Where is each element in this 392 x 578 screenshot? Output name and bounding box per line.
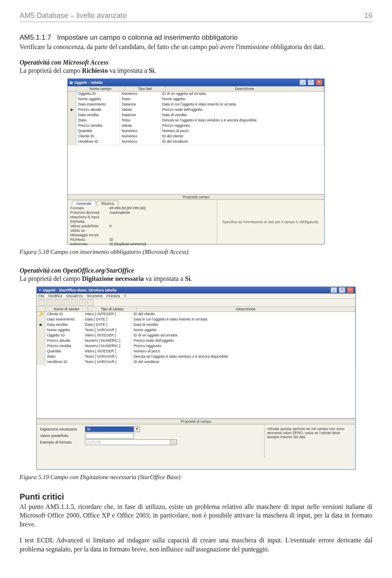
star-menubar[interactable]: FileModificaVisualizzaStrumentiFinestra? [37, 293, 355, 299]
property-row[interactable]: RichiestoSì [70, 237, 214, 242]
table-row[interactable]: ▶Data venditaData [ DATE ]Data di vendit… [37, 323, 355, 328]
access-titlebar[interactable]: ▦ Oggetti : Tabella _ □ × [68, 79, 324, 86]
table-row[interactable]: Prezzo venditaNumero [ NUMERIC ]Prezzo r… [37, 344, 355, 349]
menu-item[interactable]: File [38, 294, 45, 298]
star-help-text: Attivate questa opzione se nel campo non… [264, 424, 355, 457]
property-row[interactable]: Maschera di input [70, 215, 214, 220]
intro-paragraph: Verificare la conoscenza, da parte del c… [20, 43, 372, 52]
format-button[interactable]: … [170, 439, 177, 445]
property-row[interactable]: Messaggio errore [70, 233, 214, 237]
page-number: 16 [364, 11, 372, 20]
table-row[interactable]: QuantitàIntero [ INTEGER ]Numero di pezz… [37, 349, 355, 354]
redo-icon[interactable] [87, 299, 94, 306]
col-tipodati[interactable]: Tipo dati [125, 86, 165, 91]
table-row[interactable]: Data inserimentoData/oraData in cui l'og… [68, 102, 324, 108]
table-row[interactable]: Cliente IDNumericoID del cliente [68, 134, 324, 139]
figure-5-18-caption: Figura 5.18 Campo con inserimento obblig… [20, 249, 372, 255]
access-empty-rows[interactable] [68, 145, 324, 194]
menu-item[interactable]: ? [124, 294, 126, 298]
access-rows[interactable]: Oggetto IDNumericoID di un oggetto ad un… [68, 92, 324, 145]
table-row[interactable]: Nome oggettoTestoNome oggetto [68, 97, 324, 102]
val-esempio-formato[interactable]: 01/01/00 [85, 439, 171, 445]
op-staroffice-line: La proprietà del campo Digitazione neces… [20, 275, 372, 282]
col-descrizione[interactable]: Descrizione [165, 86, 324, 91]
menu-item[interactable]: Finestra [107, 294, 120, 298]
star-titlebar[interactable]: ✶ Oggetti - StarOffice Base: Struttura t… [37, 287, 355, 293]
maximize-button[interactable]: □ [307, 79, 314, 85]
val-digitazione[interactable]: Sì [85, 426, 134, 432]
property-row[interactable]: IndicizzatoSì (Duplicati ammessi) [70, 242, 214, 246]
section-number: AM5.1.1.7 [20, 34, 51, 41]
table-row[interactable]: Data inserimentoData [ DATE ]Data in cui… [37, 317, 355, 323]
col-descrizione[interactable]: Descrizione [137, 307, 355, 311]
star-columns: Nome di campo Tipo di campo Descrizione [37, 307, 355, 312]
punti-critici-title: Punti critici [20, 492, 372, 502]
access-columns: Nome campo Tipo dati Descrizione [68, 86, 324, 92]
star-title: Oggetti - StarOffice Base: Struttura tab… [43, 288, 329, 292]
val-valore-predef[interactable] [85, 433, 134, 439]
access-window: ▦ Oggetti : Tabella _ □ × Nome campo Tip… [67, 78, 325, 244]
tab-generale[interactable]: Generale [72, 201, 96, 206]
property-row[interactable]: Posizioni decimaliAutomatiche [70, 211, 214, 215]
dropdown-icon[interactable]: ▾ [134, 426, 140, 432]
cut-icon[interactable] [55, 299, 61, 306]
col-tipodicampo[interactable]: Tipo di campo [88, 307, 137, 311]
star-rows[interactable]: 🔑Cliente IDIntero [ INTEGER ]ID del clie… [37, 312, 355, 365]
header-rule [20, 22, 372, 22]
minimize-button[interactable]: _ [299, 79, 306, 85]
lbl-digitazione: Digitazione necessaria [40, 427, 85, 431]
table-row[interactable]: Prezzo attualeNumero [ NUMERIC ]Prezzo r… [37, 338, 355, 344]
table-row[interactable]: Nome oggettoTesto [ VARCHAR ]Nome oggett… [37, 328, 355, 333]
punti-para-1: Al punto AM5.1.1.5, ricordare che, in fa… [20, 502, 372, 529]
table-icon: ▦ [69, 81, 73, 85]
star-bottom-space [37, 457, 355, 469]
undo-icon[interactable] [79, 299, 86, 306]
access-help-text: Specifica se l'immissione di dati per il… [217, 200, 324, 244]
star-toolbar[interactable] [37, 299, 355, 307]
table-row[interactable]: QuantitàNumericoNumero di pezzi [68, 129, 324, 134]
table-row[interactable]: Oggetto IDIntero [ INTEGER ]ID di un ogg… [37, 333, 355, 338]
lbl-esempio-formato: Esempio di formato [40, 440, 85, 444]
copy-icon[interactable] [63, 299, 69, 306]
menu-item[interactable]: Strumenti [87, 294, 102, 298]
menu-item[interactable]: Visualizza [66, 294, 82, 298]
paste-icon[interactable] [71, 299, 78, 306]
table-row[interactable]: Venditore IDNumericoID del venditore [68, 139, 324, 145]
star-empty-rows[interactable] [37, 365, 355, 419]
table-row[interactable]: Data venditaData/oraData di vendita [68, 113, 324, 118]
menu-item[interactable]: Modifica [49, 294, 62, 298]
op-staroffice-title: Operatività con OpenOffice.org/StarOffic… [20, 267, 372, 274]
punti-para-2: I test ECDL Advanced si limitano ad inda… [20, 536, 372, 553]
staroffice-window: ✶ Oggetti - StarOffice Base: Struttura t… [36, 287, 356, 470]
op-access-line: La proprietà del campo Richiesto va impo… [20, 67, 372, 74]
table-row[interactable]: Venditore IDTesto [ VARCHAR ]ID del vend… [37, 360, 355, 365]
minimize-button[interactable]: _ [330, 287, 337, 293]
save-icon[interactable] [38, 299, 45, 306]
table-row[interactable]: 🔑Cliente IDIntero [ INTEGER ]ID del clie… [37, 312, 355, 317]
app-icon: ✶ [38, 288, 42, 292]
property-row[interactable]: Etichetta [70, 220, 214, 224]
section-title: Impostare un campo o colonna ad inserime… [57, 34, 238, 41]
page-header-left: AM5 Database – livello avanzato [20, 11, 127, 20]
table-row[interactable]: Oggetto IDNumericoID di un oggetto ad un… [68, 92, 324, 97]
property-row[interactable]: Valore predefinito0 [70, 224, 214, 229]
access-title: Oggetti : Tabella [74, 81, 298, 85]
col-nomedicampo[interactable]: Nome di campo [45, 307, 88, 311]
tab-ricerca[interactable]: Ricerca [97, 201, 118, 206]
table-row[interactable]: StatoTestoDenota se l'oggetto è stato ve… [68, 118, 324, 123]
figure-5-19-caption: Figura 5.19 Campo con Digitazione necess… [20, 474, 372, 481]
maximize-button[interactable]: □ [339, 287, 345, 293]
table-row[interactable]: Prezzo venditaValutaPrezzo raggiunto [68, 123, 324, 129]
op-access-title: Operatività con Microsoft Access [20, 59, 372, 66]
property-row[interactable]: Formato€#.##0,00;(€#.##0,00) [70, 206, 214, 211]
table-row[interactable]: StatoTesto [ VARCHAR ]Denota se l'oggett… [37, 354, 355, 360]
close-button[interactable]: × [347, 287, 354, 293]
section-heading: AM5.1.1.7 Impostare un campo o colonna a… [20, 34, 372, 42]
lbl-valore-predef: Valore predefinito [40, 434, 85, 438]
star-propbar: Proprietà di campo [37, 419, 355, 424]
edit-icon[interactable] [47, 299, 53, 306]
close-button[interactable]: × [316, 79, 323, 85]
col-nomecampo[interactable]: Nome campo [76, 86, 125, 91]
table-row[interactable]: ▶Prezzo attualeValutaPrezzo reale dell'o… [68, 108, 324, 113]
property-row[interactable]: Valido se [70, 229, 214, 233]
